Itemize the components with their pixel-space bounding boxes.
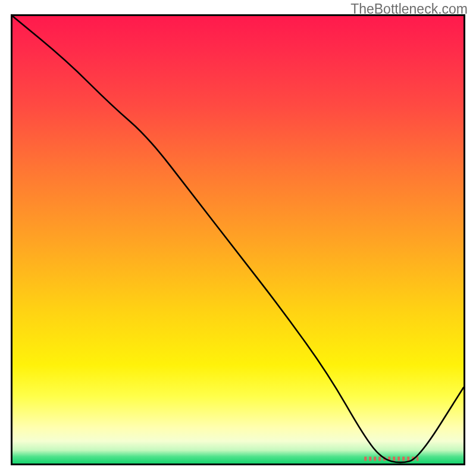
bottleneck-curve — [12, 16, 464, 462]
plot-area — [11, 14, 465, 465]
chart-container: TheBottleneck.com — [0, 0, 476, 476]
curve-layer — [12, 16, 464, 464]
